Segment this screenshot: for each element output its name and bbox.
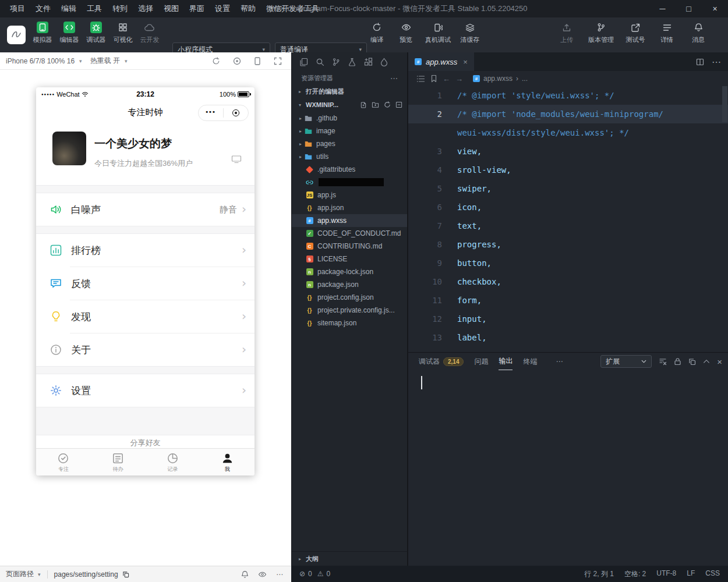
tree-item-pages[interactable]: ▸pages <box>292 137 407 150</box>
copy-icon[interactable] <box>688 358 696 365</box>
tree-item-app.json[interactable]: {}app.json <box>292 201 407 214</box>
forward-icon[interactable]: → <box>455 74 463 83</box>
scrollbar-thumb[interactable] <box>722 86 727 122</box>
open-editors-section[interactable]: ▸ 打开的编辑器 <box>292 85 407 98</box>
list-item-settings[interactable]: 设置› <box>36 374 255 407</box>
search-icon[interactable] <box>316 58 324 66</box>
tree-item-.gitattributes[interactable]: .gitattributes <box>292 163 407 176</box>
device-debug-button[interactable]: 真机调试 <box>425 22 451 44</box>
tab-me[interactable]: 我 <box>200 449 255 475</box>
refresh-icon[interactable] <box>384 101 391 109</box>
list-item-feedback[interactable]: 反馈› <box>36 267 255 300</box>
profile-section[interactable]: 一个美少女的梦 今日专注力超越全国36%用户 <box>36 123 255 185</box>
cursor-position[interactable]: 行 2, 列 1 <box>584 569 614 579</box>
new-file-icon[interactable] <box>360 101 367 109</box>
tree-item-image[interactable]: ▸image <box>292 125 407 137</box>
editor-button[interactable]: 编辑器 <box>59 22 79 44</box>
project-root[interactable]: ▾ WXMINIP... <box>292 98 407 112</box>
extension-select[interactable]: 扩展 <box>600 355 652 368</box>
source-control-icon[interactable] <box>332 58 340 66</box>
more-icon[interactable]: ⋯ <box>390 74 398 83</box>
bookmark-icon[interactable] <box>430 74 437 83</box>
avatar[interactable] <box>52 132 86 165</box>
close-tab-icon[interactable]: × <box>463 58 468 66</box>
code-line-4[interactable]: 4sroll-view, <box>408 161 728 179</box>
page-path-value[interactable]: pages/setting/setting <box>54 570 118 579</box>
clear-output-icon[interactable] <box>659 357 667 365</box>
upload-button[interactable]: 上传 <box>557 22 577 44</box>
maximize-icon[interactable]: □ <box>676 0 702 17</box>
close-icon[interactable]: × <box>702 0 728 17</box>
panel-tab-problems[interactable]: 问题 <box>474 353 488 370</box>
menubar-item-6[interactable]: 视图 <box>158 0 184 17</box>
tree-item-utils[interactable]: ▸utils <box>292 150 407 163</box>
page-path-label[interactable]: 页面路径 <box>6 569 34 579</box>
simulator-button[interactable]: 模拟器 <box>33 22 52 44</box>
more-icon[interactable]: ⋯ <box>556 357 563 365</box>
close-miniprogram-icon[interactable] <box>224 109 248 116</box>
hot-reload-toggle[interactable]: 热重载 开 <box>90 56 120 66</box>
code-line-2[interactable]: 2/* @import 'node_modules/weui-miniprogr… <box>408 105 728 123</box>
menubar-item-2[interactable]: 编辑 <box>56 0 82 17</box>
code-line-9[interactable]: 9button, <box>408 254 728 272</box>
more-menu-icon[interactable]: ••• <box>199 108 223 118</box>
breadcrumb[interactable]: # app.wxss › ... <box>473 74 528 83</box>
code-line-3[interactable]: 3view, <box>408 142 728 161</box>
test-beaker-icon[interactable] <box>348 58 356 66</box>
code-line-12[interactable]: 12input, <box>408 310 728 328</box>
tree-item-sitemap.json[interactable]: {}sitemap.json <box>292 317 407 329</box>
refresh-icon[interactable] <box>212 57 220 65</box>
code-line-7[interactable]: 7text, <box>408 217 728 235</box>
tree-item-redacted[interactable] <box>292 176 407 189</box>
record-icon[interactable] <box>233 57 241 65</box>
list-item-discover[interactable]: 发现› <box>36 300 255 333</box>
list-item-about[interactable]: 关于› <box>36 333 255 366</box>
menubar-item-9[interactable]: 帮助 <box>235 0 261 17</box>
menubar-item-7[interactable]: 界面 <box>184 0 210 17</box>
menubar-item-3[interactable]: 工具 <box>82 0 107 17</box>
device-select[interactable]: iPhone 6/7/8 100% 16 <box>6 57 75 65</box>
split-editor-icon[interactable] <box>696 58 704 66</box>
encoding[interactable]: UTF-8 <box>656 569 676 579</box>
tree-item-LICENSE[interactable]: §LICENSE <box>292 253 407 265</box>
tree-item-app.wxss[interactable]: #app.wxss <box>292 214 407 227</box>
tab-focus[interactable]: 专注 <box>36 449 91 475</box>
tree-item-CONTRIBUTING.md[interactable]: CCONTRIBUTING.md <box>292 240 407 253</box>
code-line-8[interactable]: 8progress, <box>408 235 728 254</box>
screenshot-icon[interactable] <box>274 57 282 65</box>
phone-icon[interactable] <box>254 57 261 65</box>
close-panel-icon[interactable]: × <box>717 357 722 367</box>
compile-button[interactable]: 编译 <box>367 22 387 44</box>
files-icon[interactable] <box>299 58 308 66</box>
menubar-item-4[interactable]: 转到 <box>107 0 133 17</box>
debugger-button[interactable]: 调试器 <box>86 22 106 44</box>
notifications-icon[interactable] <box>241 570 249 579</box>
minimize-icon[interactable]: ─ <box>649 0 676 17</box>
code-line-6[interactable]: 6icon, <box>408 198 728 217</box>
app-logo[interactable] <box>7 26 26 44</box>
collapse-all-icon[interactable] <box>395 101 402 109</box>
cast-icon[interactable] <box>231 155 242 164</box>
tab-todo[interactable]: 待办 <box>91 449 146 475</box>
code-line-13[interactable]: 13label, <box>408 328 728 347</box>
chevron-up-icon[interactable] <box>703 359 710 364</box>
details-button[interactable]: 详情 <box>657 22 677 44</box>
code-line-11[interactable]: 11form, <box>408 291 728 310</box>
test-account-button[interactable]: 测试号 <box>625 22 645 44</box>
menubar-item-1[interactable]: 文件 <box>30 0 56 17</box>
message-button[interactable]: 消息 <box>688 22 708 44</box>
copy-path-icon[interactable] <box>122 571 129 578</box>
theme-drop-icon[interactable] <box>380 58 388 66</box>
eol-type[interactable]: LF <box>687 569 695 579</box>
version-button[interactable]: 版本管理 <box>588 22 614 44</box>
language-mode[interactable]: CSS <box>705 569 720 579</box>
list-item-white-noise[interactable]: 白噪声静音› <box>36 193 255 226</box>
editor-tab-app-wxss[interactable]: # app.wxss × <box>408 52 474 71</box>
panel-tab-debugger[interactable]: 调试器2,14 <box>419 353 464 370</box>
tree-item-project.private.config.js...[interactable]: {}project.private.config.js... <box>292 304 407 317</box>
visualizer-button[interactable]: 可视化 <box>113 22 133 44</box>
panel-tab-output[interactable]: 输出 <box>499 353 513 370</box>
menubar-item-5[interactable]: 选择 <box>133 0 158 17</box>
problems-indicator[interactable]: ⊘ 0 ⚠ 0 <box>299 570 330 578</box>
tree-item-.github[interactable]: ▸.github <box>292 112 407 125</box>
